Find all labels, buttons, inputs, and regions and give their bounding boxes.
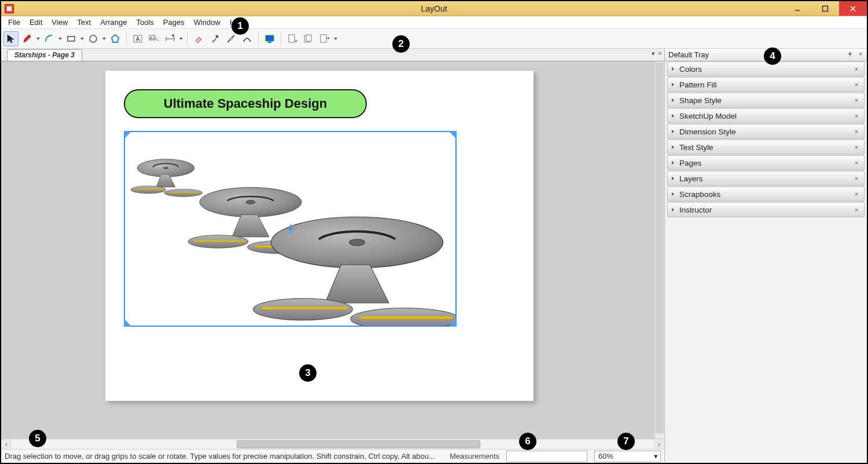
minimize-button[interactable] [784, 1, 811, 16]
chevron-right-icon [671, 83, 675, 86]
next-page-tool[interactable] [317, 31, 332, 46]
close-button[interactable] [839, 1, 867, 16]
polygon-tool[interactable] [108, 31, 123, 46]
measurements-input[interactable] [506, 451, 587, 462]
tray-panel-dimension-style[interactable]: Dimension Style× [667, 124, 865, 139]
app-icon [5, 4, 14, 13]
text-tool[interactable]: A [130, 31, 145, 46]
zoom-value: 60% [598, 452, 613, 461]
selection-handle-br-icon[interactable] [448, 319, 457, 327]
svg-point-32 [246, 200, 255, 204]
tray-panel-close[interactable]: × [852, 112, 860, 120]
menu-arrange[interactable]: Arrange [95, 17, 131, 28]
tray-title: Default Tray [668, 50, 709, 59]
tab-close[interactable]: × [659, 50, 662, 57]
menu-view[interactable]: View [47, 17, 72, 28]
document-area[interactable]: Ultimate Spaceship Design [1, 61, 664, 439]
duplicate-page-tool[interactable] [301, 31, 316, 46]
selection-frame[interactable] [124, 131, 457, 327]
tray-panel-close[interactable]: × [852, 190, 860, 198]
menu-window[interactable]: Window [189, 17, 225, 28]
tray-panel-close[interactable]: × [852, 174, 860, 182]
maximize-button[interactable] [811, 1, 839, 16]
vertical-scrollbar[interactable] [655, 61, 664, 439]
rectangle-tool-dropdown[interactable] [80, 37, 84, 41]
scroll-right-button[interactable]: › [654, 440, 664, 449]
arc-tool[interactable] [42, 31, 57, 46]
tray-panel-label: Text Style [679, 143, 713, 152]
tray-panel-close[interactable]: × [852, 143, 860, 151]
tray-panel-shape-style[interactable]: Shape Style× [667, 93, 865, 108]
selection-center-icon[interactable] [286, 224, 295, 233]
page-title-box[interactable]: Ultimate Spaceship Design [124, 89, 367, 118]
chevron-right-icon [671, 161, 675, 165]
svg-rect-35 [194, 240, 245, 242]
tray-panel-pattern-fill[interactable]: Pattern Fill× [667, 77, 865, 92]
svg-text:A1: A1 [150, 36, 155, 40]
menu-tools[interactable]: Tools [131, 17, 158, 28]
document-tab[interactable]: Starships - Page 3 [7, 49, 82, 61]
selection-handle-tr-icon[interactable] [448, 131, 457, 139]
rectangle-tool[interactable] [64, 31, 79, 46]
titlebar: LayOut [1, 1, 867, 16]
menu-text[interactable]: Text [72, 17, 95, 28]
selection-handle-bl-icon[interactable] [124, 319, 132, 327]
window-title: LayOut [421, 4, 447, 13]
chevron-right-icon [671, 177, 675, 180]
tray-panel-sketchup-model[interactable]: SketchUp Model× [667, 108, 865, 123]
tray-header[interactable]: Default Tray × [665, 49, 867, 61]
chevron-right-icon [671, 67, 675, 71]
tray-panel-pages[interactable]: Pages× [667, 155, 865, 170]
line-tool-dropdown[interactable] [36, 37, 41, 41]
line-tool[interactable] [20, 31, 35, 46]
tray-panel-instructor[interactable]: Instructor× [667, 202, 865, 217]
menu-pages[interactable]: Pages [159, 17, 189, 28]
split-tool[interactable] [223, 31, 238, 46]
vertical-scrollbar-thumb[interactable] [656, 63, 664, 433]
zoom-select[interactable]: 60% ▾ [594, 451, 661, 462]
select-tool[interactable] [3, 31, 19, 46]
scroll-left-button[interactable]: ‹ [1, 440, 12, 449]
tray-panel-close[interactable]: × [852, 159, 860, 167]
next-page-tool-dropdown[interactable] [333, 37, 338, 41]
circle-tool[interactable] [86, 31, 101, 46]
tray-panel-text-style[interactable]: Text Style× [667, 140, 865, 155]
dimension-tool[interactable] [163, 31, 178, 46]
tray-panel-close[interactable]: × [852, 127, 860, 136]
join-tool[interactable] [240, 31, 255, 46]
circle-tool-dropdown[interactable] [102, 37, 106, 41]
tray-panel-label: Scrapbooks [679, 190, 720, 199]
svg-rect-18 [266, 35, 274, 41]
tray-panel-close[interactable]: × [852, 81, 860, 89]
menu-edit[interactable]: Edit [25, 17, 47, 28]
svg-rect-1 [823, 6, 828, 11]
dimension-tool-dropdown[interactable] [179, 37, 183, 41]
eraser-tool[interactable] [191, 31, 206, 46]
tray-panel-close[interactable]: × [852, 65, 860, 73]
tray-panel-close[interactable]: × [852, 96, 860, 104]
tray-panel-close[interactable]: × [852, 206, 860, 214]
chevron-right-icon [671, 208, 675, 211]
presentation-tool[interactable] [262, 31, 277, 46]
svg-point-45 [289, 228, 292, 231]
tray-panel-label: SketchUp Model [679, 112, 737, 120]
selection-handle-tl-icon[interactable] [124, 131, 132, 139]
tray-panel-layers[interactable]: Layers× [667, 171, 865, 186]
tray-close-button[interactable]: × [856, 50, 865, 58]
status-text: Drag selection to move, or drag grips to… [5, 452, 443, 461]
horizontal-scrollbar-thumb[interactable] [237, 440, 481, 448]
label-tool[interactable]: A1 [146, 31, 161, 46]
horizontal-scrollbar[interactable]: ‹ › [1, 439, 664, 449]
style-sampler-tool[interactable] [207, 31, 222, 46]
tab-dropdown[interactable]: ▾ [652, 50, 655, 57]
arc-tool-dropdown[interactable] [58, 37, 62, 41]
svg-point-5 [90, 35, 97, 42]
tray-panel-scrapbooks[interactable]: Scrapbooks× [667, 187, 865, 202]
menu-file[interactable]: File [3, 17, 25, 28]
page-canvas[interactable]: Ultimate Spaceship Design [105, 71, 534, 401]
pin-icon[interactable] [846, 50, 854, 58]
menu-help[interactable]: Help [225, 17, 250, 28]
add-page-tool[interactable]: + [285, 31, 300, 46]
svg-rect-4 [68, 36, 75, 41]
tray-panel-colors[interactable]: Colors× [667, 61, 865, 76]
